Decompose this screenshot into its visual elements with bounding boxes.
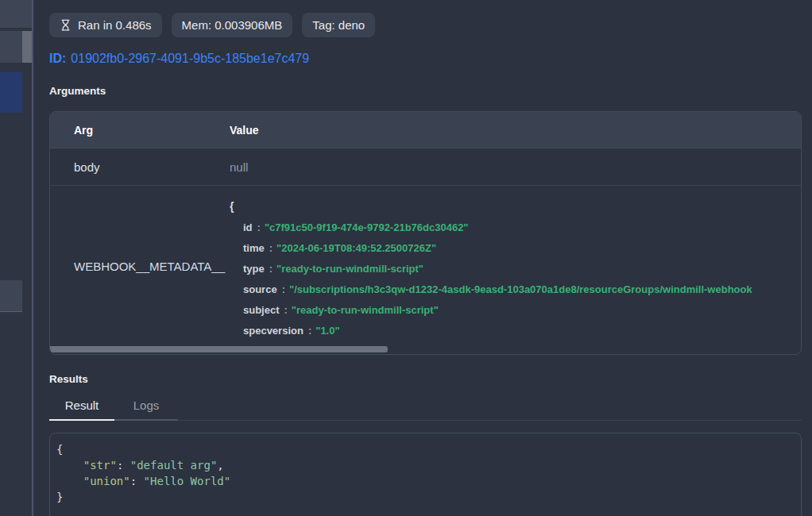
code-close-brace: } (56, 489, 795, 505)
json-entry-subject: subject:"ready-to-run-windmill-script" (230, 300, 801, 321)
underlying-page-strip (0, 0, 33, 516)
webhook-metadata-json: { id:"c7f91c50-9f19-474e-9792-21b76dc304… (230, 186, 801, 346)
strip-scrollbar-thumb[interactable] (22, 31, 32, 63)
tag-badge-label: Tag: deno (312, 17, 365, 33)
horizontal-scrollbar[interactable] (50, 346, 801, 354)
results-section-title: Results (49, 372, 802, 387)
code-entry-str: "str": "default arg", (56, 457, 795, 473)
arguments-section-title: Arguments (49, 84, 802, 98)
job-id-line: ID:01902fb0-2967-4091-9b5c-185be1e7c479 (49, 50, 802, 67)
arg-name-webhook-metadata: WEBHOOK__METADATA__ (50, 186, 230, 346)
memory-badge: Mem: 0.003906MB (172, 13, 293, 37)
json-entry-specversion: specversion:"1.0" (230, 321, 801, 341)
code-open-brace: { (56, 441, 795, 457)
job-id-label: ID: (49, 52, 66, 65)
tab-result[interactable]: Result (49, 395, 114, 421)
json-open-brace: { (230, 196, 801, 218)
strip-top-block (0, 0, 32, 28)
json-entry-time: time:"2024-06-19T08:49:52.2500726Z" (230, 238, 801, 259)
result-code-block: { "str": "default arg", "union": "Hello … (49, 433, 802, 516)
strip-lower-block (0, 280, 22, 312)
value-column-header: Value (230, 124, 801, 137)
job-detail-panel: Ran in 0.486s Mem: 0.003906MB Tag: deno … (33, 0, 812, 516)
json-entry-source: source:"/subscriptions/h3c3qw-d1232-4asd… (230, 279, 801, 300)
arguments-table: Arg Value body null WEBHOOK__METADATA__ … (49, 111, 802, 355)
tab-logs[interactable]: Logs (114, 395, 178, 421)
strip-upper-block (0, 31, 22, 63)
memory-badge-label: Mem: 0.003906MB (182, 17, 283, 33)
table-row: body null (50, 148, 801, 186)
job-id-value[interactable]: 01902fb0-2967-4091-9b5c-185be1e7c479 (71, 52, 309, 65)
arg-name-body: body (50, 160, 230, 174)
table-row: WEBHOOK__METADATA__ { id:"c7f91c50-9f19-… (50, 186, 801, 346)
job-stat-badges: Ran in 0.486s Mem: 0.003906MB Tag: deno (49, 13, 802, 37)
runtime-badge-label: Ran in 0.486s (78, 17, 152, 33)
tag-badge: Tag: deno (302, 13, 375, 37)
json-entry-type: type:"ready-to-run-windmill-script" (230, 259, 801, 279)
arg-value-body: null (230, 160, 801, 174)
arg-column-header: Arg (50, 124, 230, 137)
code-entry-union: "union": "Hello World" (56, 473, 795, 489)
results-tab-bar: Result Logs (49, 395, 802, 421)
strip-selected-block (0, 72, 22, 113)
hourglass-icon (60, 19, 72, 31)
runtime-badge: Ran in 0.486s (49, 13, 162, 37)
job-run-detail-screen: Ran in 0.486s Mem: 0.003906MB Tag: deno … (0, 0, 812, 516)
scrollbar-thumb[interactable] (50, 346, 388, 352)
arguments-table-header: Arg Value (50, 112, 801, 148)
json-entry-id: id:"c7f91c50-9f19-474e-9792-21b76dc30462… (230, 218, 801, 238)
